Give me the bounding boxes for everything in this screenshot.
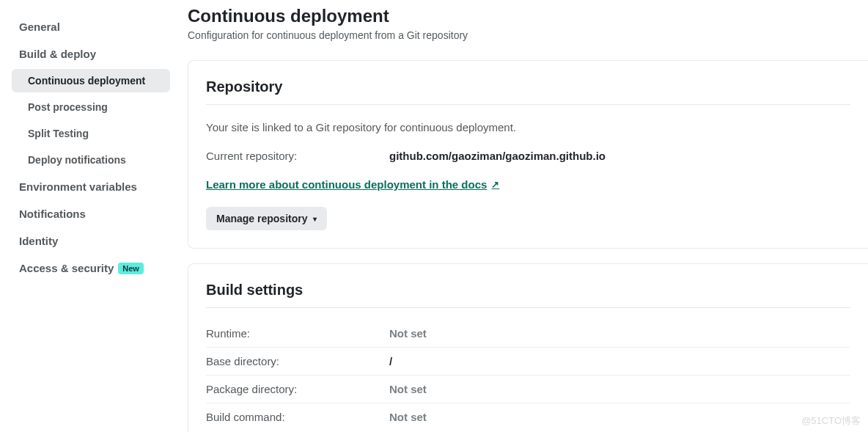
table-row: Base directory: / xyxy=(206,348,850,376)
table-row: Build command: Not set xyxy=(206,403,850,431)
settings-value: Not set xyxy=(389,383,427,395)
main-content: Continuous deployment Configuration for … xyxy=(176,0,868,432)
settings-label: Package directory: xyxy=(206,383,389,395)
page-subtitle: Configuration for continuous deployment … xyxy=(188,29,868,41)
repository-heading: Repository xyxy=(206,78,850,105)
build-settings-table: Runtime: Not set Base directory: / Packa… xyxy=(206,324,850,431)
settings-label: Base directory: xyxy=(206,355,389,367)
sidebar: General Build & deploy Continuous deploy… xyxy=(0,0,176,432)
table-row: Runtime: Not set xyxy=(206,324,850,348)
sidebar-item-deploy-notifications[interactable]: Deploy notifications xyxy=(12,148,170,172)
page-title: Continuous deployment xyxy=(188,6,868,26)
chevron-down-icon: ▾ xyxy=(313,215,317,223)
build-settings-heading: Build settings xyxy=(206,282,850,308)
settings-label: Runtime: xyxy=(206,327,389,340)
watermark: @51CTO博客 xyxy=(801,414,861,428)
build-settings-card: Build settings Runtime: Not set Base dir… xyxy=(188,263,868,432)
sidebar-item-build-deploy[interactable]: Build & deploy xyxy=(12,42,170,66)
sidebar-item-label: Access & security xyxy=(19,262,114,274)
sidebar-item-split-testing[interactable]: Split Testing xyxy=(12,122,170,145)
sidebar-item-continuous-deployment[interactable]: Continuous deployment xyxy=(12,69,170,92)
repository-card: Repository Your site is linked to a Git … xyxy=(188,60,868,249)
settings-value: / xyxy=(389,355,392,367)
new-badge: New xyxy=(118,263,144,274)
sidebar-item-general[interactable]: General xyxy=(12,15,170,39)
settings-label: Build command: xyxy=(206,411,389,423)
settings-value: Not set xyxy=(389,411,427,423)
current-repository-value: github.com/gaoziman/gaoziman.github.io xyxy=(389,150,606,162)
settings-value: Not set xyxy=(389,327,427,340)
current-repository-label: Current repository: xyxy=(206,150,389,162)
sidebar-item-identity[interactable]: Identity xyxy=(12,229,170,253)
sidebar-item-access-security[interactable]: Access & security New xyxy=(12,256,170,280)
docs-link[interactable]: Learn more about continuous deployment i… xyxy=(206,178,499,191)
table-row: Package directory: Not set xyxy=(206,376,850,403)
sidebar-item-environment-variables[interactable]: Environment variables xyxy=(12,175,170,199)
repository-description: Your site is linked to a Git repository … xyxy=(206,121,850,133)
manage-repository-label: Manage repository xyxy=(216,213,307,224)
manage-repository-button[interactable]: Manage repository ▾ xyxy=(206,207,327,230)
sidebar-item-post-processing[interactable]: Post processing xyxy=(12,95,170,119)
external-link-icon: ↗ xyxy=(491,179,499,190)
docs-link-text: Learn more about continuous deployment i… xyxy=(206,178,487,191)
sidebar-item-notifications[interactable]: Notifications xyxy=(12,202,170,226)
current-repository-row: Current repository: github.com/gaoziman/… xyxy=(206,150,850,162)
